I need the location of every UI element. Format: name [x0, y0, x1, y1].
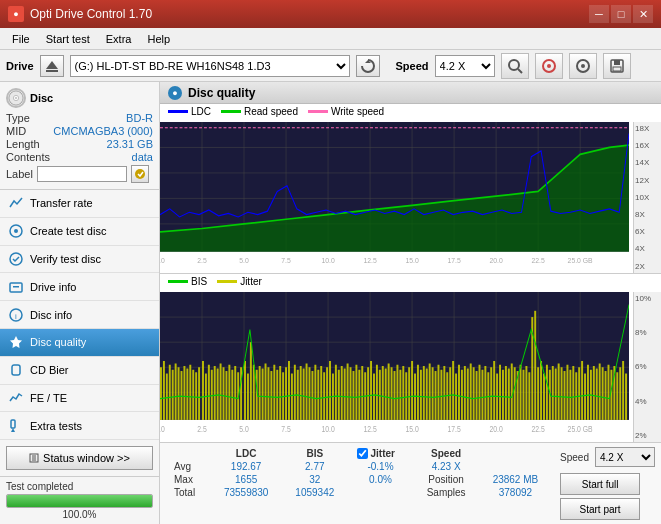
svg-rect-181: [464, 365, 466, 419]
svg-rect-168: [426, 368, 428, 419]
svg-text:15.0: 15.0: [405, 256, 418, 266]
sidebar-item-fe-te[interactable]: FE / TE: [0, 385, 159, 413]
titlebar-left: ● Opti Drive Control 1.70: [8, 6, 152, 22]
disc-mid-value: CMCMAGBA3 (000): [53, 125, 153, 137]
disc-write-icon[interactable]: [535, 53, 563, 79]
stats-col-speed: Speed: [413, 447, 478, 460]
svg-rect-214: [561, 367, 563, 420]
svg-rect-172: [437, 364, 439, 419]
verify-test-disc-label: Verify test disc: [30, 253, 101, 265]
save-icon[interactable]: [603, 53, 631, 79]
svg-rect-98: [220, 363, 222, 419]
window-title: Opti Drive Control 1.70: [30, 7, 152, 21]
svg-rect-107: [247, 373, 249, 419]
cd-bier-icon: [8, 362, 24, 378]
stats-speed-selector[interactable]: 4.2 X: [595, 447, 655, 467]
jitter-legend-item: Jitter: [217, 276, 262, 287]
svg-rect-162: [408, 367, 410, 420]
svg-rect-78: [160, 367, 162, 420]
sidebar-item-disc-info[interactable]: i Disc info: [0, 301, 159, 329]
cd-bier-label: CD Bier: [30, 364, 69, 376]
total-label: Total: [166, 486, 210, 499]
svg-rect-143: [352, 371, 354, 420]
svg-rect-25: [11, 420, 15, 428]
svg-rect-233: [616, 372, 618, 420]
menu-start-test[interactable]: Start test: [38, 28, 98, 49]
start-part-button[interactable]: Start part: [560, 498, 640, 520]
drive-eject-icon[interactable]: [40, 55, 64, 77]
minimize-button[interactable]: ─: [589, 5, 609, 23]
svg-rect-169: [429, 363, 431, 419]
svg-text:20.0: 20.0: [489, 256, 502, 266]
ldc-legend-label: LDC: [191, 106, 211, 117]
write-speed-legend-label: Write speed: [331, 106, 384, 117]
svg-rect-117: [276, 369, 278, 419]
sidebar-item-disc-quality[interactable]: Disc quality: [0, 329, 159, 357]
maximize-button[interactable]: □: [611, 5, 631, 23]
sidebar-item-cd-bier[interactable]: CD Bier: [0, 357, 159, 385]
start-full-button[interactable]: Start full: [560, 473, 640, 495]
panel-icon: ●: [168, 86, 182, 100]
svg-rect-144: [355, 364, 357, 419]
avg-jitter: -0.1%: [347, 460, 413, 473]
total-bis: 1059342: [282, 486, 347, 499]
drive-refresh-icon[interactable]: [356, 55, 380, 77]
svg-rect-206: [537, 367, 539, 420]
sidebar: Disc Type BD-R MID CMCMAGBA3 (000) Lengt…: [0, 82, 160, 524]
transfer-rate-icon: [8, 195, 24, 211]
svg-marker-23: [10, 336, 22, 348]
disc-label-input[interactable]: [37, 166, 127, 182]
disc-length-label: Length: [6, 138, 40, 150]
write-speed-legend-color: [308, 110, 328, 113]
disc-contents-value: data: [132, 151, 153, 163]
svg-rect-120: [285, 367, 287, 420]
disc-label-button[interactable]: [131, 165, 149, 183]
svg-text:15.0: 15.0: [405, 424, 419, 434]
svg-rect-138: [338, 369, 340, 419]
disc-type-value: BD-R: [126, 112, 153, 124]
svg-rect-88: [189, 364, 191, 419]
svg-rect-140: [344, 368, 346, 419]
disc-icon: [6, 88, 26, 108]
status-window-button[interactable]: Status window >>: [6, 446, 153, 470]
menu-help[interactable]: Help: [139, 28, 178, 49]
svg-rect-97: [217, 368, 219, 419]
sidebar-item-verify-test-disc[interactable]: Verify test disc: [0, 246, 159, 274]
sidebar-item-transfer-rate[interactable]: Transfer rate: [0, 190, 159, 218]
speed-selector[interactable]: 4.2 X: [435, 55, 495, 77]
svg-rect-126: [303, 368, 305, 419]
menu-file[interactable]: File: [4, 28, 38, 49]
svg-rect-95: [211, 369, 213, 419]
disc-read-icon[interactable]: [569, 53, 597, 79]
svg-rect-129: [311, 371, 313, 420]
progress-bar: [6, 494, 153, 508]
svg-point-6: [547, 64, 551, 68]
drive-selector[interactable]: (G:) HL-DT-ST BD-RE WH16NS48 1.D3: [70, 55, 350, 77]
read-speed-legend-item: Read speed: [221, 106, 298, 117]
svg-rect-80: [166, 373, 168, 419]
sidebar-item-extra-tests[interactable]: Extra tests: [0, 412, 159, 440]
svg-rect-94: [208, 364, 210, 419]
jitter-checkbox[interactable]: [357, 448, 368, 459]
svg-rect-207: [540, 360, 542, 419]
svg-point-14: [15, 97, 18, 100]
titlebar-controls: ─ □ ✕: [589, 5, 653, 23]
speed-select-label: Speed: [560, 452, 589, 463]
svg-rect-150: [373, 373, 375, 419]
close-button[interactable]: ✕: [633, 5, 653, 23]
disc-header: Disc: [6, 88, 153, 108]
svg-rect-146: [361, 365, 363, 419]
drive-info-icon: [8, 279, 24, 295]
svg-rect-20: [13, 286, 19, 288]
svg-text:12.5: 12.5: [363, 424, 377, 434]
svg-rect-179: [458, 364, 460, 419]
svg-rect-178: [455, 373, 457, 419]
svg-point-15: [135, 169, 145, 179]
scan-icon[interactable]: [501, 53, 529, 79]
sidebar-item-create-test-disc[interactable]: Create test disc: [0, 218, 159, 246]
svg-rect-154: [385, 368, 387, 419]
menu-extra[interactable]: Extra: [98, 28, 140, 49]
sidebar-item-drive-info[interactable]: Drive info: [0, 273, 159, 301]
bis-legend-color: [168, 280, 188, 283]
svg-rect-186: [479, 364, 481, 419]
